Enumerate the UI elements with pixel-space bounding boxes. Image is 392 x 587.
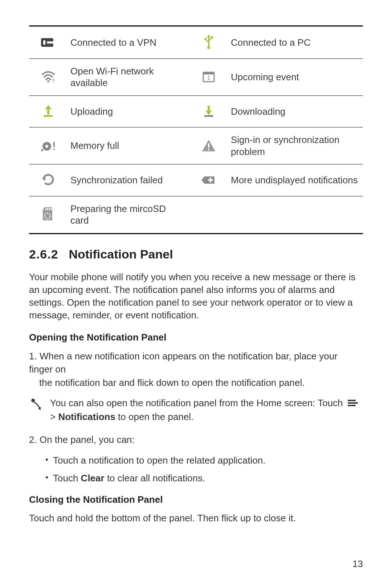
bullet-dot-icon [46,458,48,461]
bullet-dot-icon [46,476,48,478]
table-cell-label: Downloading [228,95,363,127]
svg-text:?: ? [52,78,54,83]
table-cell-label: Upcoming event [228,58,363,95]
bullet-item: Touch Clear to clear all notifications. [46,471,363,485]
vpn-icon [40,34,57,51]
table-cell-label: Preparing the mircoSD card [68,196,189,233]
svg-rect-23 [53,142,55,147]
table-cell-label: Memory full [68,127,189,164]
svg-point-22 [41,149,43,151]
table-cell-label: Connected to a VPN [68,26,189,59]
step-1: 1. When a new notification icon appears … [29,350,363,389]
download-icon [200,102,217,120]
memory-full-icon [40,137,57,154]
svg-rect-26 [208,143,209,148]
section-intro: Your mobile phone will notify you when y… [29,271,363,322]
menu-icon [348,397,358,410]
upload-icon [40,102,57,120]
more-notifications-icon [200,171,217,189]
svg-rect-35 [47,208,48,210]
svg-rect-27 [208,149,209,150]
svg-rect-24 [53,148,55,150]
svg-text:1: 1 [207,75,211,81]
svg-rect-29 [48,176,49,181]
svg-point-9 [47,80,49,82]
svg-rect-33 [210,178,211,183]
svg-rect-12 [203,72,214,74]
svg-rect-37 [51,208,52,210]
closing-subhead: Closing the Notification Panel [29,494,363,505]
table-row: Connected to a VPN Connected to a PC [29,26,363,59]
svg-marker-16 [45,105,52,109]
svg-rect-2 [47,41,52,44]
sync-failed-icon [40,171,57,188]
sd-prepare-icon [40,205,57,223]
svg-rect-43 [348,405,356,406]
svg-rect-42 [348,402,358,404]
table-row: Uploading Downloading [29,95,363,127]
bullet-item: Touch a notification to open the related… [46,453,363,468]
table-cell-label: Synchronization failed [68,164,189,196]
notification-icons-table: Connected to a VPN Connected to a PC ? O… [29,25,363,234]
closing-body: Touch and hold the bottom of the panel. … [29,512,363,525]
usb-icon [200,33,217,50]
svg-rect-8 [211,36,213,38]
svg-rect-30 [48,182,49,183]
table-cell-label: Uploading [68,95,189,127]
warning-icon [200,137,217,154]
note-block: You can also open the notification panel… [29,396,363,424]
svg-point-7 [204,38,207,40]
table-cell-label: Open Wi-Fi network available [68,58,189,95]
svg-point-3 [52,41,55,44]
note-pointer-icon [29,396,44,412]
table-cell-label: Connected to a PC [228,26,363,59]
page-number: 13 [352,558,363,570]
svg-rect-14 [44,115,53,117]
section-heading: 2.6.2 Notification Panel [29,247,363,261]
opening-subhead: Opening the Notification Panel [29,332,363,343]
svg-rect-41 [348,400,356,401]
svg-marker-6 [207,34,211,37]
section-number: 2.6.2 [29,247,65,261]
table-row: Memory full Sign-in or synchronization p… [29,127,363,164]
table-row: Preparing the mircoSD card [29,196,363,233]
svg-rect-17 [204,115,213,117]
note-text: You can also open the notification panel… [50,396,363,424]
svg-point-21 [45,145,48,148]
table-cell-label: Sign-in or synchronization problem [228,127,363,164]
step-2: 2. On the panel, you can: [29,433,363,446]
calendar-event-icon: 1 [200,68,217,85]
table-row: ? Open Wi-Fi network available 1 Upcomin… [29,58,363,95]
svg-marker-19 [205,111,212,115]
table-row: Synchronization failed More undisplayed … [29,164,363,196]
section-title: Notification Panel [69,247,173,261]
wifi-open-icon: ? [40,68,57,86]
svg-rect-36 [49,208,50,210]
svg-rect-1 [43,40,45,45]
table-cell-label: More undisplayed notifications [228,164,363,196]
svg-rect-34 [45,208,46,210]
